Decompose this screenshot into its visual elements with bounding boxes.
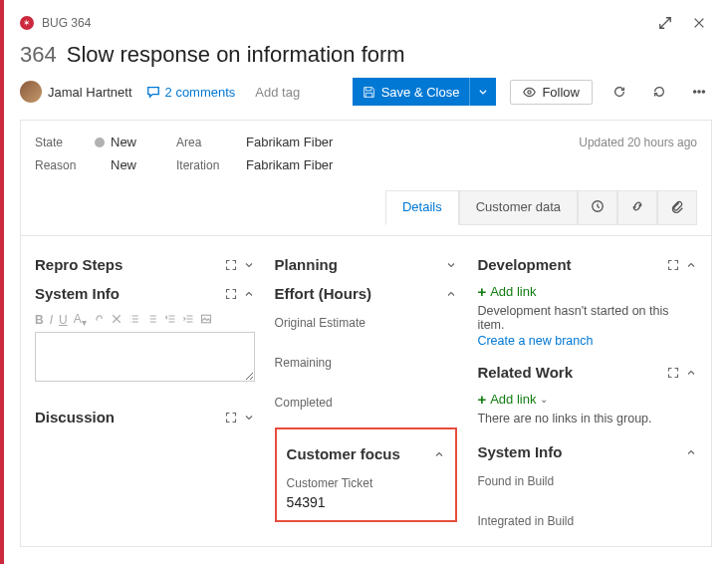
chevron-up-icon[interactable] bbox=[445, 288, 457, 300]
follow-label: Follow bbox=[542, 85, 580, 100]
effort-title: Effort (Hours) bbox=[275, 285, 446, 302]
original-estimate-label: Original Estimate bbox=[275, 316, 458, 330]
integrated-in-build-label: Integrated in Build bbox=[477, 514, 697, 528]
more-icon[interactable] bbox=[686, 79, 712, 105]
link-rte-button[interactable] bbox=[93, 313, 105, 328]
save-close-button[interactable]: Save & Close bbox=[353, 78, 497, 106]
image-button[interactable] bbox=[200, 313, 212, 328]
expand-section-icon[interactable] bbox=[225, 259, 237, 271]
chevron-up-icon[interactable] bbox=[685, 259, 697, 271]
iteration-label: Iteration bbox=[176, 158, 246, 172]
chevron-down-icon[interactable] bbox=[243, 259, 255, 271]
font-button[interactable]: A▾ bbox=[74, 312, 87, 328]
refresh-icon[interactable] bbox=[607, 79, 632, 105]
close-icon[interactable] bbox=[686, 10, 712, 36]
clear-format-button[interactable] bbox=[111, 313, 122, 328]
expand-section-icon[interactable] bbox=[225, 412, 237, 423]
follow-button[interactable]: Follow bbox=[510, 80, 593, 105]
outdent-button[interactable] bbox=[164, 313, 176, 328]
create-branch-link[interactable]: Create a new branch bbox=[477, 334, 697, 348]
repro-steps-title: Repro Steps bbox=[35, 256, 225, 273]
save-dropdown[interactable] bbox=[470, 78, 496, 106]
area-label: Area bbox=[176, 136, 246, 149]
related-work-title: Related Work bbox=[477, 364, 667, 381]
comments-button[interactable]: 2 comments bbox=[146, 85, 236, 100]
expand-section-icon[interactable] bbox=[667, 259, 679, 271]
chevron-down-icon[interactable] bbox=[243, 412, 255, 423]
reason-label: Reason bbox=[35, 158, 95, 172]
bold-button[interactable]: B bbox=[35, 313, 44, 327]
discussion-title: Discussion bbox=[35, 409, 225, 425]
dev-hint-text: Development hasn't started on this item. bbox=[477, 304, 697, 332]
plus-icon: + bbox=[477, 283, 486, 300]
underline-button[interactable]: U bbox=[59, 313, 68, 327]
customer-ticket-value[interactable]: 54391 bbox=[287, 494, 446, 510]
expand-section-icon[interactable] bbox=[225, 288, 237, 300]
bug-icon: ✶ bbox=[20, 16, 34, 30]
related-add-link-button[interactable]: +Add link ⌄ bbox=[477, 391, 697, 408]
dev-add-link-button[interactable]: +Add link bbox=[477, 283, 697, 300]
add-tag-button[interactable]: Add tag bbox=[249, 83, 306, 102]
state-value[interactable]: New bbox=[111, 135, 136, 149]
indent-button[interactable] bbox=[182, 313, 194, 328]
add-link-label: Add link bbox=[490, 392, 536, 407]
related-work-header[interactable]: Related Work bbox=[477, 358, 697, 387]
undo-icon[interactable] bbox=[646, 79, 672, 105]
rte-toolbar: B I U A▾ bbox=[35, 308, 255, 332]
work-item-id: 364 bbox=[20, 42, 57, 68]
chevron-down-icon: ⌄ bbox=[540, 394, 548, 405]
reason-value[interactable]: New bbox=[111, 157, 136, 172]
system-info-r-title: System Info bbox=[477, 443, 685, 460]
repro-steps-header[interactable]: Repro Steps bbox=[35, 250, 255, 279]
remaining-label: Remaining bbox=[275, 356, 458, 370]
tab-history[interactable] bbox=[578, 190, 617, 225]
state-dot-icon bbox=[95, 138, 105, 147]
chevron-up-icon[interactable] bbox=[433, 448, 445, 460]
number-list-button[interactable] bbox=[146, 313, 158, 328]
discussion-header[interactable]: Discussion bbox=[35, 403, 255, 431]
bullet-list-button[interactable] bbox=[128, 313, 140, 328]
customer-focus-title: Customer focus bbox=[287, 445, 434, 462]
customer-focus-header[interactable]: Customer focus bbox=[287, 439, 446, 468]
chevron-up-icon[interactable] bbox=[685, 446, 697, 458]
chevron-down-icon[interactable] bbox=[445, 259, 457, 271]
assignee-name: Jamal Hartnett bbox=[48, 85, 132, 100]
add-link-label: Add link bbox=[490, 284, 536, 299]
work-item-type-label: BUG 364 bbox=[42, 16, 91, 30]
work-item-title[interactable]: Slow response on information form bbox=[67, 42, 405, 68]
area-value[interactable]: Fabrikam Fiber bbox=[246, 135, 333, 149]
assignee-picker[interactable]: Jamal Hartnett bbox=[20, 81, 132, 103]
svg-point-1 bbox=[693, 91, 695, 93]
customer-ticket-label: Customer Ticket bbox=[287, 476, 446, 490]
expand-section-icon[interactable] bbox=[667, 367, 679, 379]
plus-icon: + bbox=[477, 391, 486, 408]
svg-point-3 bbox=[702, 91, 704, 93]
chevron-up-icon[interactable] bbox=[685, 367, 697, 379]
planning-title: Planning bbox=[275, 256, 446, 273]
no-links-text: There are no links in this group. bbox=[477, 412, 697, 425]
system-info-textarea[interactable] bbox=[35, 332, 255, 382]
svg-point-0 bbox=[528, 90, 531, 93]
development-title: Development bbox=[477, 256, 667, 273]
system-info-header[interactable]: System Info bbox=[35, 279, 255, 308]
eye-icon bbox=[523, 86, 536, 99]
iteration-value[interactable]: Fabrikam Fiber bbox=[246, 157, 333, 172]
save-label: Save & Close bbox=[381, 85, 460, 100]
found-in-build-label: Found in Build bbox=[477, 474, 697, 488]
meta-section: State New Area Fabrikam Fiber Updated 20… bbox=[20, 120, 712, 236]
italic-button[interactable]: I bbox=[50, 313, 53, 327]
chevron-up-icon[interactable] bbox=[243, 288, 255, 300]
updated-text: Updated 20 hours ago bbox=[579, 136, 697, 149]
tab-customer-data[interactable]: Customer data bbox=[459, 190, 578, 225]
svg-point-2 bbox=[698, 91, 700, 93]
effort-header[interactable]: Effort (Hours) bbox=[275, 279, 458, 308]
system-info-title: System Info bbox=[35, 285, 225, 302]
tab-attachments[interactable] bbox=[657, 190, 697, 225]
expand-icon[interactable] bbox=[652, 10, 678, 36]
tab-links[interactable] bbox=[617, 190, 657, 225]
customer-focus-section: Customer focus Customer Ticket 54391 bbox=[275, 427, 458, 522]
development-header[interactable]: Development bbox=[477, 250, 697, 279]
system-info-r-header[interactable]: System Info bbox=[477, 437, 697, 466]
tab-details[interactable]: Details bbox=[385, 190, 459, 225]
planning-header[interactable]: Planning bbox=[275, 250, 458, 279]
